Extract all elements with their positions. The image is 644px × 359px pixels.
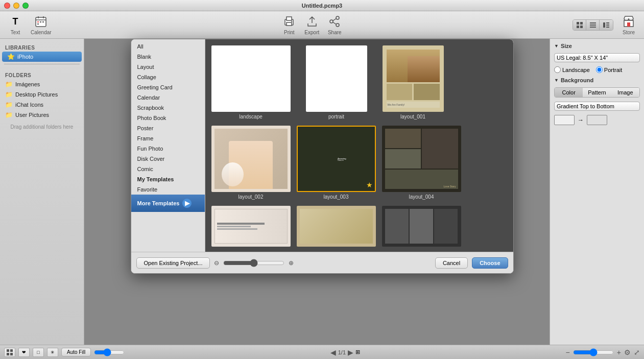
svg-rect-32 [7,353,9,355]
svg-rect-29 [627,22,630,27]
thumbnail-layout006[interactable] [297,206,376,247]
nav-comic[interactable]: Comic [131,164,205,174]
svg-rect-27 [606,27,609,28]
more-templates-btn[interactable]: More Templates ▶ [131,195,205,212]
main-toolbar: T Text Calendar [0,11,644,39]
thumbnail-layout007[interactable] [382,206,461,247]
calendar-icon [34,14,48,29]
template-item-layout004[interactable]: Love Story layout_004 [382,126,461,200]
svg-rect-22 [590,25,596,26]
zoom-plus-btn[interactable]: + [617,348,621,356]
template-item-layout007[interactable] [382,206,461,249]
thumbnail-portrait[interactable] [306,45,367,112]
thumbnail-layout005[interactable] [211,206,291,247]
nav-layout[interactable]: Layout [131,62,205,72]
bottom-center: ◀ 1/1 ▶ ⊞ [330,348,360,356]
bottom-left: ❤ □ ✳ Auto Fill [4,348,125,357]
text-tool[interactable]: T Text [8,14,22,35]
svg-rect-17 [577,22,579,25]
svg-rect-20 [580,26,583,28]
footer-left: Open Existing Project... ⊖ ⊕ [136,257,294,269]
view-toggle[interactable] [573,19,613,31]
calendar-label: Calendar [31,30,52,35]
nav-greeting-card[interactable]: Greeting Card [131,82,205,92]
fill-slider[interactable] [94,348,125,356]
minimize-button[interactable] [13,3,19,9]
heart-btn[interactable]: ❤ [18,348,30,357]
nav-frame[interactable]: Frame [131,133,205,143]
dialog-overlay: All Blank Layout Collage Greeting Card C… [0,39,644,345]
template-item-layout003[interactable]: Amazing Nature ★ layout_003 [297,126,376,200]
nav-scrapbook[interactable]: Scrapbook [131,103,205,113]
spread-btn[interactable]: ⊞ [355,349,360,355]
thumbnail-landscape[interactable] [211,45,291,112]
svg-rect-30 [7,349,9,352]
nav-disk-cover[interactable]: Disk Cover [131,154,205,164]
zoom-slider[interactable] [223,259,284,267]
expand-icon[interactable]: ⤢ [634,348,640,356]
open-existing-button[interactable]: Open Existing Project... [136,257,210,269]
nav-blank[interactable]: Blank [131,52,205,62]
template-item-portrait[interactable]: portrait [297,45,376,119]
bottom-right: − + ⚙ ⤢ [566,348,640,356]
settings-icon[interactable]: ⚙ [624,348,631,356]
thumbnail-layout002[interactable] [211,126,291,192]
zoom-minus-btn[interactable]: − [566,348,570,356]
asterisk-btn[interactable]: ✳ [47,348,58,357]
print-icon [282,14,296,29]
window-controls[interactable] [4,3,29,9]
square-btn[interactable]: □ [33,348,44,357]
template-label-layout002: layout_002 [238,194,264,200]
svg-rect-9 [287,17,292,20]
bottom-zoom-slider[interactable] [573,348,614,356]
thumbnail-layout004[interactable]: Love Story [382,126,461,192]
grid-view-btn[interactable] [573,20,586,30]
template-dialog: All Blank Layout Collage Greeting Card C… [131,39,514,274]
calendar-tool[interactable]: Calendar [31,14,52,35]
page-info: 1/1 [338,349,346,355]
svg-rect-19 [577,26,579,28]
print-tool[interactable]: Print [282,14,296,35]
zoom-in-icon: ⊕ [289,259,294,267]
store-label: Store [623,30,635,35]
template-item-landscape[interactable]: landscape [211,45,291,119]
print-label: Print [284,30,295,35]
page-prev-btn[interactable]: ◀ [330,348,336,356]
nav-all[interactable]: All [131,41,205,52]
template-item-layout005[interactable] [211,206,291,249]
template-row-1: landscape portrait [211,45,507,119]
close-button[interactable] [4,3,10,9]
svg-rect-5 [40,21,41,22]
svg-rect-4 [37,21,39,22]
nav-photo-book[interactable]: Photo Book [131,113,205,123]
cancel-button[interactable]: Cancel [435,257,468,269]
share-label: Share [328,30,342,35]
export-icon [305,14,319,29]
nav-poster[interactable]: Poster [131,123,205,133]
template-item-layout006[interactable] [297,206,376,249]
list-view-btn[interactable] [586,20,600,30]
page-next-btn[interactable]: ▶ [348,348,353,356]
detail-view-btn[interactable] [600,20,613,30]
auto-fill-button[interactable]: Auto Fill [61,348,91,356]
template-row-2: layout_002 [211,126,507,200]
nav-collage[interactable]: Collage [131,72,205,82]
choose-button[interactable]: Choose [472,257,508,269]
nav-calendar[interactable]: Calendar [131,92,205,103]
template-item-layout001[interactable]: We Are Family! layout_001 [383,45,444,119]
star-icon-layout003: ★ [366,181,373,189]
export-tool[interactable]: Export [304,14,319,35]
store-icon [622,14,636,29]
nav-favorite[interactable]: Favorite [131,184,205,195]
template-item-layout002[interactable]: layout_002 [211,126,291,200]
nav-my-templates[interactable]: My Templates [131,174,205,184]
svg-rect-31 [10,349,13,352]
share-tool[interactable]: Share [327,14,342,35]
svg-point-14 [336,23,339,27]
thumbnail-layout001[interactable]: We Are Family! [383,45,444,112]
grid-view-bottom-btn[interactable] [4,348,15,357]
maximize-button[interactable] [22,3,29,9]
thumbnail-layout003[interactable]: Amazing Nature ★ [297,126,376,192]
store-tool[interactable]: Store [622,14,636,35]
nav-fun-photo[interactable]: Fun Photo [131,143,205,154]
